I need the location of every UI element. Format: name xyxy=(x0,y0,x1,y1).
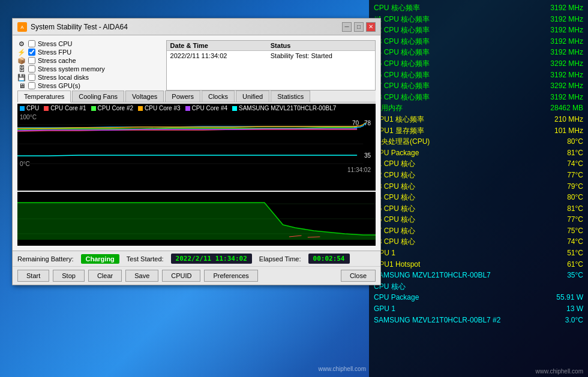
checkbox-input[interactable] xyxy=(28,82,35,89)
checkbox-item: 🖥 Stress GPU(s) xyxy=(17,82,157,89)
tab-clocks[interactable]: Clocks xyxy=(202,91,235,102)
battery-label: Remaining Battery: xyxy=(17,255,74,263)
stat-value: 3292 MHz xyxy=(550,80,583,92)
stat-value: 3192 MHz xyxy=(550,36,583,47)
checkbox-label: Stress local disks xyxy=(38,74,89,81)
app-icon: A xyxy=(17,22,27,32)
stats-row: #8 CPU 核心74°C xyxy=(374,236,583,248)
stats-row: GPU 151°C xyxy=(374,248,583,259)
stat-value: 28462 MB xyxy=(550,102,583,114)
stat-value: 74°C xyxy=(567,158,583,170)
stats-row: 中央处理器(CPU)80°C xyxy=(374,136,583,147)
stats-row: CPU 核心 xyxy=(374,281,583,292)
checkbox-input[interactable] xyxy=(28,57,35,64)
checkbox-input[interactable] xyxy=(28,74,35,81)
stats-row: #7 CPU 核心75°C xyxy=(374,225,583,237)
clear-button[interactable]: Clear xyxy=(88,270,122,282)
stats-row: #4 CPU 核心频率3192 MHz xyxy=(374,47,583,58)
title-bar: A System Stability Test - AIDA64 ─ □ ✕ xyxy=(13,19,380,35)
stats-row: #7 CPU 核心频率3292 MHz xyxy=(374,80,583,92)
stat-label: GPU1 显存频率 xyxy=(374,125,424,137)
tab-powers[interactable]: Powers xyxy=(165,91,200,102)
tab-cooling-fans[interactable]: Cooling Fans xyxy=(72,91,124,102)
checkbox-label: Stress cache xyxy=(38,57,76,64)
stats-row: #6 CPU 核心77°C xyxy=(374,214,583,225)
checkbox-icon: 📦 xyxy=(17,57,26,64)
close-button[interactable]: Close xyxy=(341,270,376,282)
stop-button[interactable]: Stop xyxy=(53,270,85,282)
stat-label: CPU 核心频率 xyxy=(374,2,420,14)
stat-value: 210 MHz xyxy=(554,114,583,125)
temperature-chart: CPUCPU Core #1CPU Core #2CPU Core #3CPU … xyxy=(17,104,376,191)
checkbox-icon: ⚡ xyxy=(17,49,26,56)
stat-label: #1 CPU 核心频率 xyxy=(374,14,430,25)
test-started-value: 2022/2/11 11:34:02 xyxy=(171,254,252,264)
stats-row: GPU 113 W xyxy=(374,303,583,315)
info-table: Date & Time Status 2022/2/11 11:34:02 St… xyxy=(166,40,376,91)
stat-value: 77°C xyxy=(567,214,583,225)
date-value: 2022/2/11 11:34:02 xyxy=(167,51,267,61)
start-button[interactable]: Start xyxy=(17,270,49,282)
main-window: A System Stability Test - AIDA64 ─ □ ✕ ⚙… xyxy=(12,18,381,285)
legend-label: SAMSUNG MZVL21T0HCLR-00BL7 xyxy=(239,105,336,111)
legend-label: CPU Core #1 xyxy=(50,105,86,111)
checkbox-input[interactable] xyxy=(28,49,35,56)
stat-label: #7 CPU 核心频率 xyxy=(374,80,430,92)
checkbox-item: ⚡ Stress FPU xyxy=(17,49,157,56)
status-col-header: Status xyxy=(267,41,375,51)
checkbox-input[interactable] xyxy=(28,40,35,47)
elapsed-value: 00:02:54 xyxy=(308,254,350,264)
cpu-usage-chart: CPU Usage | CPU Throttling (max: 11%) - … xyxy=(17,192,376,246)
preferences-button[interactable]: Preferences xyxy=(204,270,257,282)
stat-label: SAMSUNG MZVL21T0HCLR-00BL7 #2 xyxy=(374,315,500,326)
checkbox-item: 📦 Stress cache xyxy=(17,57,157,64)
stats-row: GPU1 显存频率101 MHz xyxy=(374,125,583,137)
checkbox-item: 🗄 Stress system memory xyxy=(17,65,157,73)
stat-label: GPU 1 xyxy=(374,303,395,315)
checkbox-label: Stress CPU xyxy=(38,40,72,47)
status-value: Stability Test: Started xyxy=(267,51,375,61)
stat-value: 3192 MHz xyxy=(550,14,583,25)
stats-row: #3 CPU 核心79°C xyxy=(374,181,583,192)
minimize-button[interactable]: ─ xyxy=(342,22,352,32)
stat-value: 74°C xyxy=(567,236,583,248)
maximize-button[interactable]: □ xyxy=(354,22,364,32)
stats-row: #1 CPU 核心74°C xyxy=(374,158,583,170)
stat-value: 80°C xyxy=(567,136,583,147)
stat-value: 61°C xyxy=(567,259,583,270)
stat-label: #8 CPU 核心频率 xyxy=(374,92,430,103)
stat-label: #4 CPU 核心频率 xyxy=(374,47,430,58)
stat-label: #5 CPU 核心频率 xyxy=(374,58,430,70)
status-bar: Remaining Battery: Charging Test Started… xyxy=(13,251,380,266)
cpuid-button[interactable]: CPUID xyxy=(162,270,200,282)
legend-color xyxy=(185,106,190,111)
legend-item: CPU xyxy=(20,105,39,111)
stat-value: 101 MHz xyxy=(554,125,583,137)
stat-value: 35°C xyxy=(567,270,583,281)
stats-row: GPU1 核心频率210 MHz xyxy=(374,114,583,125)
checkbox-item: 💾 Stress local disks xyxy=(17,74,157,81)
save-button[interactable]: Save xyxy=(125,270,158,282)
tab-unified[interactable]: Unified xyxy=(236,91,269,102)
stat-value: 81°C xyxy=(567,147,583,159)
stat-label: #2 CPU 核心频率 xyxy=(374,25,430,36)
checkbox-icon: 💾 xyxy=(17,74,26,81)
checkbox-input[interactable] xyxy=(28,65,35,73)
checkbox-item: ⚙ Stress CPU xyxy=(17,40,157,47)
stat-value: 13 W xyxy=(566,303,583,315)
stat-value: 3192 MHz xyxy=(550,2,583,14)
watermark-overlay: www.chiphell.com xyxy=(319,366,366,372)
stat-label: #3 CPU 核心频率 xyxy=(374,36,430,47)
checkbox-label: Stress GPU(s) xyxy=(38,82,80,89)
tab-statistics[interactable]: Statistics xyxy=(271,91,310,102)
stats-row: SAMSUNG MZVL21T0HCLR-00BL7 #23.0°C xyxy=(374,315,583,326)
close-button[interactable]: ✕ xyxy=(366,22,376,32)
svg-text:A: A xyxy=(20,25,24,30)
watermark: www.chiphell.com xyxy=(536,368,583,375)
tab-voltages[interactable]: Voltages xyxy=(125,91,164,102)
stat-value: 3.0°C xyxy=(565,315,583,326)
legend-color xyxy=(91,106,96,111)
tab-temperatures[interactable]: Temperatures xyxy=(17,91,71,102)
stat-label: GPU1 核心频率 xyxy=(374,114,424,125)
stat-label: 中央处理器(CPU) xyxy=(374,136,430,147)
